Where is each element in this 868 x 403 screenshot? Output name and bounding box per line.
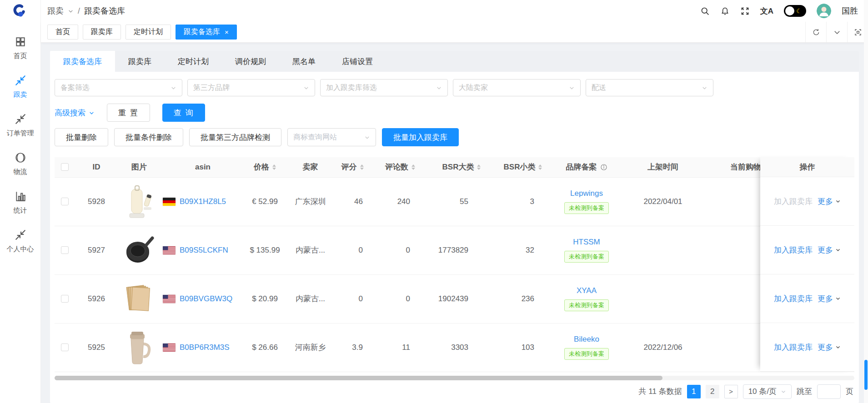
query-button[interactable]: 查 询 xyxy=(162,104,206,122)
next-page-button[interactable]: > xyxy=(724,385,738,398)
filter-record-select[interactable]: 备案筛选 xyxy=(55,79,182,96)
record-status-badge: 未检测到备案 xyxy=(564,348,609,360)
toggle-knob xyxy=(785,6,794,15)
asin-link[interactable]: B09S5LCKFN xyxy=(180,246,228,255)
breadcrumb-section[interactable]: 跟卖 xyxy=(47,5,64,16)
filter-third-party-brand-select[interactable]: 第三方品牌 xyxy=(187,79,315,96)
more-button[interactable]: 更多 xyxy=(818,294,841,304)
more-button[interactable]: 更多 xyxy=(818,342,841,353)
sidebar-item-label: 个人中心 xyxy=(7,245,34,254)
chevron-down-icon xyxy=(436,85,442,91)
vertical-scrollbar xyxy=(864,0,868,403)
row-checkbox[interactable] xyxy=(61,198,69,205)
tab-reprice-rules[interactable]: 调价规则 xyxy=(222,51,279,72)
filter-added-select[interactable]: 加入跟卖库筛选 xyxy=(320,79,448,96)
breadcrumb-separator: / xyxy=(78,6,80,16)
username[interactable]: 国胜 xyxy=(842,5,858,16)
more-button[interactable]: 更多 xyxy=(818,196,841,207)
page-size-select[interactable]: 10 条/页 xyxy=(743,384,792,399)
chevron-down-icon xyxy=(702,85,707,91)
more-button[interactable]: 更多 xyxy=(818,245,841,255)
batch-delete-button[interactable]: 批量删除 xyxy=(55,128,108,146)
advanced-search-link[interactable]: 高级搜索 xyxy=(55,108,95,118)
sort-caret xyxy=(477,164,481,170)
sidebar-item-label: 跟卖 xyxy=(14,90,27,99)
window-tab-candidates[interactable]: 跟卖备选库 × xyxy=(176,25,237,40)
search-icon[interactable] xyxy=(700,6,710,16)
horizontal-scrollbar-thumb[interactable] xyxy=(55,376,662,380)
moon-icon: ☾ xyxy=(796,8,802,14)
tab-follow-library[interactable]: 跟卖库 xyxy=(115,51,165,72)
chevron-down-icon xyxy=(171,85,176,91)
fullscreen-icon[interactable] xyxy=(740,6,750,16)
app-logo[interactable] xyxy=(0,0,40,22)
breadcrumb: 跟卖 / 跟卖备选库 xyxy=(47,5,125,16)
col-bsr-main[interactable]: BSR大类 xyxy=(432,157,491,177)
page-2-button[interactable]: 2 xyxy=(706,385,719,398)
row-actions: 加入跟卖库 更多 xyxy=(760,323,854,372)
row-checkbox[interactable] xyxy=(61,295,69,303)
sidebar-item-label: 订单管理 xyxy=(7,129,34,138)
trademark-site-select[interactable]: 商标查询网站 xyxy=(287,128,376,146)
col-reviews[interactable]: 评论数 xyxy=(368,157,432,177)
product-image[interactable] xyxy=(124,329,154,366)
col-bsr-sub[interactable]: BSR小类 xyxy=(491,157,555,177)
translate-icon[interactable]: 文A xyxy=(760,6,773,16)
filter-delivery-select[interactable]: 配送 xyxy=(586,79,713,96)
brand-link[interactable]: Lepwings xyxy=(570,189,603,198)
vertical-scrollbar-thumb[interactable] xyxy=(864,360,868,390)
row-actions: 加入跟卖库 更多 xyxy=(760,177,854,226)
close-icon[interactable]: × xyxy=(225,29,229,35)
row-checkbox[interactable] xyxy=(61,246,69,254)
tab-blacklist[interactable]: 黑名单 xyxy=(279,51,329,72)
page-1-button[interactable]: 1 xyxy=(687,385,701,398)
window-tab-schedule[interactable]: 定时计划 xyxy=(125,25,171,40)
chevron-down-icon[interactable] xyxy=(826,22,847,42)
select-all-checkbox[interactable] xyxy=(61,163,69,171)
batch-conditional-delete-button[interactable]: 批量条件删除 xyxy=(114,128,183,146)
tab-schedule[interactable]: 定时计划 xyxy=(165,51,222,72)
filter-mainland-seller-select[interactable]: 大陆卖家 xyxy=(453,79,581,96)
product-image[interactable] xyxy=(124,184,154,220)
window-tab-home[interactable]: 首页 xyxy=(47,25,78,40)
sidebar-item-follow-sell[interactable]: 跟卖 xyxy=(14,75,27,99)
avatar[interactable] xyxy=(817,4,831,18)
brand-link[interactable]: Bileeko xyxy=(574,335,599,343)
asin-link[interactable]: B09X1HZ8L5 xyxy=(180,197,226,206)
sidebar-item-profile[interactable]: 个人中心 xyxy=(7,229,34,254)
add-to-follow-button[interactable]: 加入跟卖库 xyxy=(774,342,813,353)
tab-store-settings[interactable]: 店铺设置 xyxy=(329,51,386,72)
sidebar-item-home[interactable]: 首页 xyxy=(14,36,27,60)
sidebar-item-statistics[interactable]: 统计 xyxy=(14,190,27,215)
jump-input[interactable] xyxy=(817,384,841,399)
add-to-follow-button[interactable]: 加入跟卖库 xyxy=(774,196,813,207)
sidebar-item-logistics[interactable]: 物流 xyxy=(14,152,27,176)
add-to-follow-button[interactable]: 加入跟卖库 xyxy=(774,294,813,304)
product-image[interactable] xyxy=(124,281,154,317)
window-tab-bar: 首页 跟卖库 定时计划 跟卖备选库 × xyxy=(41,22,868,43)
brand-link[interactable]: XYAA xyxy=(577,286,597,295)
add-to-follow-button[interactable]: 加入跟卖库 xyxy=(774,245,813,255)
usa-flag-icon xyxy=(163,246,176,254)
batch-brand-check-button[interactable]: 批量第三方品牌检测 xyxy=(189,128,281,146)
breadcrumb-page: 跟卖备选库 xyxy=(84,5,125,16)
info-icon[interactable] xyxy=(600,164,607,171)
asin-link[interactable]: B0BP6R3M3S xyxy=(180,343,230,352)
col-rating[interactable]: 评分 xyxy=(336,157,368,177)
batch-add-button[interactable]: 批量加入跟卖库 xyxy=(382,128,459,146)
tab-candidates[interactable]: 跟卖备选库 xyxy=(50,51,115,72)
asin-link[interactable]: B09BVGBW3Q xyxy=(180,294,232,303)
col-seller: 卖家 xyxy=(284,157,336,177)
reset-button[interactable]: 重 置 xyxy=(107,104,150,122)
refresh-icon[interactable] xyxy=(805,22,826,42)
sort-caret xyxy=(538,164,542,170)
sidebar-item-orders[interactable]: 订单管理 xyxy=(7,113,34,138)
brand-link[interactable]: HTSSM xyxy=(573,238,600,246)
theme-toggle[interactable]: ☾ xyxy=(784,5,806,17)
window-tab-follow-library[interactable]: 跟卖库 xyxy=(83,25,121,40)
row-checkbox[interactable] xyxy=(61,343,69,351)
chart-icon xyxy=(15,190,26,202)
bell-icon[interactable] xyxy=(720,6,730,16)
col-price[interactable]: 价格 xyxy=(246,157,284,177)
product-image[interactable] xyxy=(124,232,154,269)
